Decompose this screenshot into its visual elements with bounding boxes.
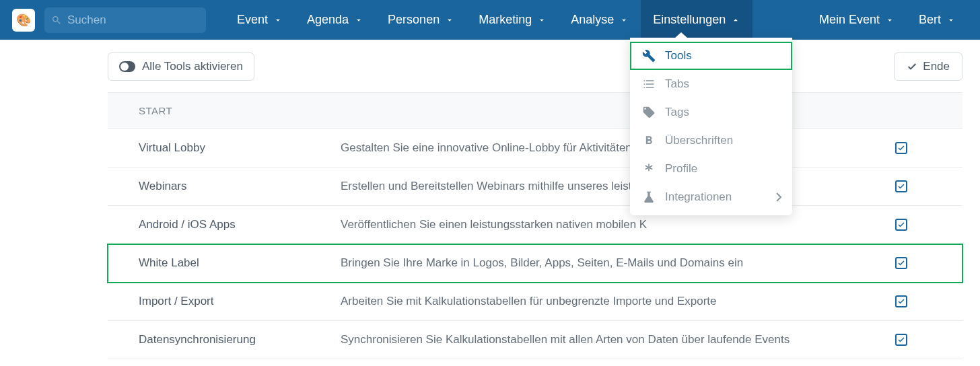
tool-desc: Veröffentlichen Sie einen leistungsstark…	[341, 218, 932, 231]
chevron-down-icon	[619, 15, 629, 25]
dropdown-label: Tabs	[665, 77, 689, 91]
tool-name: Webinars	[139, 180, 341, 193]
tool-desc: Synchronisieren Sie Kalkulationstabellen…	[341, 333, 932, 346]
tool-name: Import / Export	[139, 295, 341, 308]
tool-checkbox[interactable]	[895, 219, 907, 231]
tool-name: Virtual Lobby	[139, 141, 341, 155]
nav-label: Personen	[388, 13, 440, 27]
check-icon	[907, 61, 917, 72]
chevron-down-icon	[445, 15, 454, 25]
dropdown-item-profile[interactable]: Profile	[630, 155, 792, 183]
check-icon	[897, 297, 905, 305]
search-box[interactable]	[44, 7, 206, 33]
nav-label: Mein Event	[819, 13, 880, 27]
end-button[interactable]: Ende	[894, 52, 963, 81]
activate-all-toggle[interactable]: Alle Tools aktivieren	[108, 52, 254, 81]
check-icon	[897, 259, 905, 267]
nav-personen[interactable]: Personen	[376, 0, 466, 40]
dropdown-item-headings[interactable]: Überschriften	[630, 126, 792, 155]
nav-analyse[interactable]: Analyse	[559, 0, 641, 40]
tool-row-webinars[interactable]: Webinars Erstellen und Bereitstellen Web…	[108, 168, 963, 206]
tool-row-data-sync[interactable]: Datensynchronisierung Synchronisieren Si…	[108, 321, 963, 359]
tool-checkbox[interactable]	[895, 295, 907, 307]
wrench-icon	[642, 49, 656, 63]
chevron-up-icon	[731, 15, 740, 25]
content-area: Alle Tools aktivieren Ende START Virtual…	[0, 40, 980, 359]
dropdown-item-tabs[interactable]: Tabs	[630, 70, 792, 98]
tool-row-apps[interactable]: Android / iOS Apps Veröffentlichen Sie e…	[108, 206, 963, 244]
dropdown-label: Integrationen	[665, 190, 732, 204]
dropdown-label: Tools	[665, 49, 692, 63]
section-header-start: START	[108, 92, 963, 129]
tool-name: White Label	[139, 256, 341, 270]
tool-row-import-export[interactable]: Import / Export Arbeiten Sie mit Kalkula…	[108, 283, 963, 321]
main-nav: Event Agenda Personen Marketing Analyse …	[225, 0, 753, 40]
nav-user[interactable]: Bert	[907, 0, 968, 40]
dropdown-item-tools[interactable]: Tools	[630, 42, 792, 70]
tool-checkbox[interactable]	[895, 142, 907, 154]
dropdown-item-integrations[interactable]: Integrationen	[630, 183, 792, 211]
asterisk-icon	[642, 162, 656, 176]
nav-label: Event	[237, 13, 268, 27]
check-icon	[897, 336, 905, 344]
tool-checkbox[interactable]	[895, 180, 907, 192]
flask-icon	[642, 190, 656, 204]
chevron-down-icon	[946, 15, 956, 25]
nav-label: Marketing	[479, 13, 532, 27]
chevron-down-icon	[885, 15, 895, 25]
settings-dropdown: Tools Tabs Tags Überschriften Profile In…	[630, 38, 792, 215]
end-label: Ende	[923, 60, 950, 73]
logo[interactable]: 🎨	[12, 9, 35, 32]
nav-agenda[interactable]: Agenda	[295, 0, 376, 40]
chevron-down-icon	[273, 15, 283, 25]
check-icon	[897, 144, 905, 152]
content-header: Alle Tools aktivieren Ende	[108, 49, 963, 84]
top-bar: 🎨 Event Agenda Personen Marketing Analys…	[0, 0, 980, 40]
search-icon	[51, 14, 62, 26]
tool-name: Android / iOS Apps	[139, 218, 341, 231]
chevron-down-icon	[537, 15, 547, 25]
nav-label: Agenda	[307, 13, 349, 27]
dropdown-label: Tags	[665, 106, 689, 119]
nav-event[interactable]: Event	[225, 0, 295, 40]
dropdown-label: Profile	[665, 162, 697, 176]
tool-checkbox[interactable]	[895, 334, 907, 346]
svg-point-1	[120, 63, 129, 71]
search-input[interactable]	[67, 13, 199, 27]
chevron-down-icon	[354, 15, 363, 25]
nav-label: Einstellungen	[653, 13, 726, 27]
tool-checkbox[interactable]	[895, 257, 907, 269]
toggle-label: Alle Tools aktivieren	[142, 60, 243, 73]
section-title: START	[139, 105, 172, 116]
check-icon	[897, 182, 905, 190]
dropdown-label: Überschriften	[665, 134, 733, 147]
tag-icon	[642, 106, 656, 119]
nav-marketing[interactable]: Marketing	[466, 0, 559, 40]
nav-label: Bert	[919, 13, 941, 27]
nav-einstellungen[interactable]: Einstellungen	[641, 0, 753, 40]
tool-desc: Bringen Sie Ihre Marke in Logos, Bilder,…	[341, 256, 932, 270]
tool-name: Datensynchronisierung	[139, 333, 341, 346]
dropdown-item-tags[interactable]: Tags	[630, 98, 792, 126]
tool-row-virtual-lobby[interactable]: Virtual Lobby Gestalten Sie eine innovat…	[108, 129, 963, 168]
nav-mein-event[interactable]: Mein Event	[807, 0, 907, 40]
list-icon	[642, 77, 656, 91]
check-icon	[897, 221, 905, 229]
nav-label: Analyse	[571, 13, 614, 27]
chevron-right-icon	[776, 192, 781, 202]
tool-desc: Arbeiten Sie mit Kalkulationstabellen fü…	[341, 295, 932, 308]
nav-right: Mein Event Bert	[807, 0, 968, 40]
bold-icon	[642, 134, 656, 147]
toggle-icon	[119, 61, 135, 72]
tool-row-white-label[interactable]: White Label Bringen Sie Ihre Marke in Lo…	[108, 244, 963, 283]
